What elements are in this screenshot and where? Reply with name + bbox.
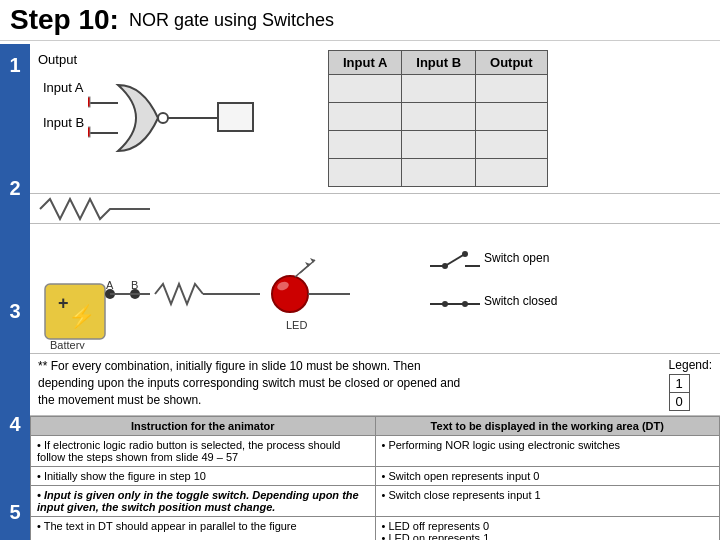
svg-rect-6 [88,127,90,137]
col1-header: Instruction for the animator [31,417,376,436]
instruction-row3-left: • Input is given only in the toggle swit… [31,486,376,517]
switch-closed-item: Switch closed [430,289,557,314]
col2-header: Text to be displayed in the working area… [375,417,720,436]
svg-point-18 [272,276,308,312]
legend-1: 1 [669,375,689,393]
switch-closed-svg [430,289,480,314]
col-input-a: Input A [329,51,402,75]
svg-text:⚡: ⚡ [68,303,96,330]
section1-nor-gate: Input A Input B Output [30,44,720,194]
table-row: • Initially show the figure in step 10 •… [31,467,720,486]
instruction-row2-right: • Switch open represents input 0 [375,467,720,486]
sidebar-item-3[interactable]: 3 [0,300,30,323]
table-row: • If electronic logic radio button is se… [31,436,720,467]
table-row: • Input is given only in the toggle swit… [31,486,720,517]
table-row [329,103,548,131]
instruction-table: Instruction for the animator Text to be … [30,416,720,540]
legend-table: 1 0 [669,374,690,411]
instruction-row4-left: • The text in DT should appear in parall… [31,517,376,541]
svg-line-28 [445,254,465,266]
switch-open-item: Switch open [430,246,557,271]
legend-0: 0 [669,393,689,411]
input-b-label: Input B [43,115,84,130]
legend-label: Legend: [669,358,712,372]
sidebar-item-1[interactable]: 1 [0,54,30,77]
instruction-row2-left: • Initially show the figure in step 10 [31,467,376,486]
svg-rect-4 [218,103,253,131]
instruction-row4-right: • LED off represents 0 • LED on represen… [375,517,720,541]
svg-point-2 [158,113,168,123]
page-title: NOR gate using Switches [129,10,334,31]
table-row [329,131,548,159]
section4-line1: ** For every combination, initially figu… [38,358,659,375]
svg-text:B: B [131,279,138,291]
table-row: • The text in DT should appear in parall… [31,517,720,541]
switch-open-svg [430,246,480,271]
nor-gate-svg [88,65,288,175]
sidebar: 1 2 3 4 5 [0,44,30,540]
step-label: Step 10: [10,4,119,36]
instruction-row1-right: • Performing NOR logic using electronic … [375,436,720,467]
main-content: Input A Input B Output [30,44,720,540]
switch-closed-label: Switch closed [484,294,557,308]
truth-table: Input A Input B Output [328,50,548,187]
instruction-row1-left: • If electronic logic radio button is se… [31,436,376,467]
table-row [329,159,548,187]
svg-rect-5 [88,97,90,107]
section4-line2: depending upon the inputs corresponding … [38,375,659,392]
output-label: Output [38,52,77,67]
instruction-row3-right: • Switch close represents input 1 [375,486,720,517]
section4-instructions: ** For every combination, initially figu… [30,354,720,416]
circuit-area: + ⚡ Battery A B [30,229,410,349]
switch-legend: Switch open Switch closed [430,246,557,332]
circuit-svg: + ⚡ Battery A B [30,229,410,349]
section4-line3: the movement must be shown. [38,392,659,409]
section5-table: Instruction for the animator Text to be … [30,416,720,540]
legend-box: Legend: 1 0 [669,358,712,411]
input-a-label: Input A [43,80,83,95]
svg-point-29 [462,251,468,257]
gate-diagram: Input A Input B Output [38,50,318,187]
col-output: Output [476,51,548,75]
sidebar-item-5[interactable]: 5 [0,501,30,524]
section3-circuit: + ⚡ Battery A B [30,224,720,354]
col-input-b: Input B [402,51,476,75]
svg-text:A: A [106,279,114,291]
sidebar-item-2[interactable]: 2 [0,177,30,200]
header: Step 10: NOR gate using Switches [0,0,720,41]
svg-text:+: + [58,293,69,313]
sidebar-item-4[interactable]: 4 [0,413,30,436]
svg-text:Battery: Battery [50,339,85,349]
section2-wire [30,194,720,224]
section4-text: ** For every combination, initially figu… [38,358,659,408]
wire-svg [30,194,230,224]
table-row [329,75,548,103]
svg-text:LED: LED [286,319,307,331]
switch-open-label: Switch open [484,251,549,265]
